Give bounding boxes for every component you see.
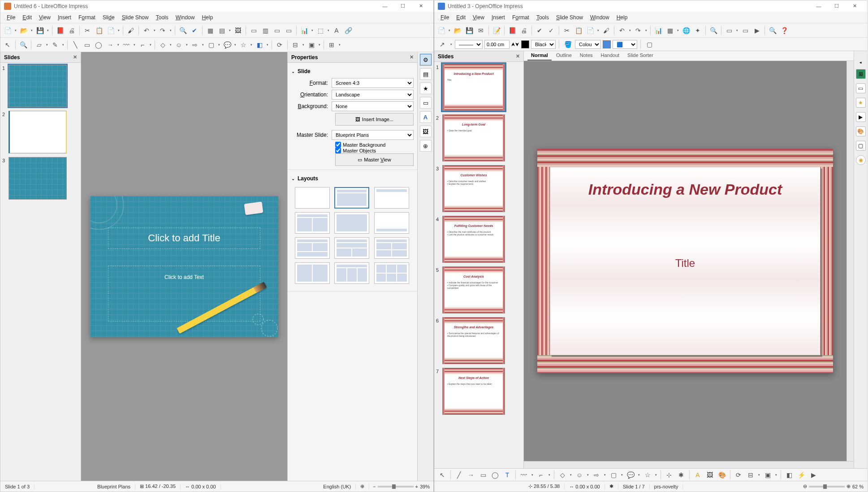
spellcheck-icon[interactable]: ✔ xyxy=(534,25,545,36)
hyperlink-icon[interactable]: 🔗 xyxy=(343,25,354,36)
rotate-icon[interactable]: ⟳ xyxy=(733,470,744,480)
slide-thumb-2[interactable] xyxy=(9,111,67,153)
find-icon[interactable]: 🔍 xyxy=(767,25,778,36)
points-icon[interactable]: ⊹ xyxy=(664,470,674,480)
slide-design-icon[interactable]: ▭ xyxy=(740,25,751,36)
fill-color-icon[interactable]: ▱ xyxy=(34,39,44,50)
menu-format[interactable]: Format xyxy=(75,13,99,22)
zoom-slider[interactable] xyxy=(378,486,414,488)
align-icon[interactable]: ⊟ xyxy=(290,39,301,50)
spellcheck-icon[interactable]: ✔ xyxy=(189,25,200,36)
layout-3col[interactable] xyxy=(334,262,369,284)
menu-window[interactable]: Window xyxy=(587,13,613,22)
maximize-button[interactable]: ☐ xyxy=(394,1,412,12)
flowchart-icon[interactable]: ▢ xyxy=(608,470,619,480)
arrange-icon[interactable]: ▣ xyxy=(306,39,317,50)
menu-insert[interactable]: Insert xyxy=(488,13,509,22)
extrusion-icon[interactable]: ◧ xyxy=(784,470,795,480)
menu-format[interactable]: Format xyxy=(509,13,533,22)
redo-icon[interactable]: ↷ xyxy=(633,25,643,36)
layout-title-only[interactable] xyxy=(374,187,409,209)
save-icon[interactable]: 💾 xyxy=(464,25,475,36)
close-icon[interactable]: ✕ xyxy=(516,53,520,59)
slide-thumb-3[interactable]: Customer Wishes• Describe customer needs… xyxy=(442,165,505,212)
menu-insert[interactable]: Insert xyxy=(54,13,75,22)
title-placeholder[interactable]: Click to add Title xyxy=(108,227,260,249)
paste-icon[interactable]: 📄 xyxy=(585,25,596,36)
line-tool-icon[interactable]: ╱ xyxy=(453,470,464,480)
layout-split[interactable] xyxy=(295,262,330,284)
3d-icon[interactable]: ◧ xyxy=(254,39,265,50)
tab-master-icon[interactable]: ▭ xyxy=(420,97,432,109)
line-width-input[interactable] xyxy=(484,40,510,49)
slide-thumb-1[interactable]: Introducing a New ProductTitle xyxy=(442,64,505,111)
save-dropdown[interactable]: ▾ xyxy=(46,29,50,32)
fill-icon[interactable]: 🪣 xyxy=(562,39,573,50)
navigator-icon[interactable]: ✦ xyxy=(692,25,703,36)
close-button[interactable]: ✕ xyxy=(846,1,864,12)
menu-edit[interactable]: Edit xyxy=(19,13,35,22)
chart-icon[interactable]: 📊 xyxy=(653,25,664,36)
zoom-in-icon[interactable]: ⊕ xyxy=(846,483,851,489)
zoom-slider[interactable] xyxy=(809,486,845,488)
block-arrows-icon[interactable]: ⇨ xyxy=(190,39,200,50)
new-dropdown[interactable]: ▾ xyxy=(14,29,17,32)
current-slide[interactable]: Introducing a New Product Title xyxy=(537,149,833,373)
start-current-icon[interactable]: ▭ xyxy=(283,25,294,36)
ellipse-tool-icon[interactable]: ◯ xyxy=(93,39,104,50)
distribute-icon[interactable]: ⊞ xyxy=(326,39,337,50)
tab-normal[interactable]: Normal xyxy=(527,51,552,61)
copy-icon[interactable]: 📋 xyxy=(94,25,104,36)
copy-icon[interactable]: 📋 xyxy=(573,25,584,36)
tab-gallery-icon[interactable]: 🖼 xyxy=(420,126,432,137)
undo-dropdown[interactable]: ▾ xyxy=(153,29,156,32)
section-layouts-header[interactable]: Layouts xyxy=(291,174,414,183)
fontwork-icon[interactable]: A xyxy=(331,25,342,36)
slide-editor[interactable]: Introducing a New Product Title xyxy=(524,61,846,461)
connector-tool-icon[interactable]: ⌐ xyxy=(535,470,546,480)
menu-view[interactable]: View xyxy=(469,13,488,22)
table-icon[interactable]: ▦ xyxy=(665,25,675,36)
zoom-value[interactable]: 39% xyxy=(420,484,430,489)
menu-window[interactable]: Window xyxy=(172,13,199,22)
horizontal-scrollbar[interactable] xyxy=(524,461,854,468)
select-tool-icon[interactable]: ↖ xyxy=(2,39,13,50)
content-placeholder[interactable]: Click to add Text xyxy=(108,266,260,322)
rect-tool-icon[interactable]: ▭ xyxy=(478,470,488,480)
help-icon[interactable]: ❓ xyxy=(779,25,790,36)
fontwork-icon[interactable]: A xyxy=(692,470,703,480)
master-background-checkbox[interactable]: Master Background xyxy=(335,142,414,148)
animation-icon[interactable]: ▶ xyxy=(808,470,819,480)
fill-color-swatch[interactable] xyxy=(603,40,611,48)
redo-icon[interactable]: ↷ xyxy=(157,25,168,36)
cut-icon[interactable]: ✂ xyxy=(82,25,93,36)
menu-help[interactable]: Help xyxy=(198,13,216,22)
basic-shapes-icon[interactable]: ◇ xyxy=(557,470,568,480)
section-slide-header[interactable]: Slide xyxy=(291,66,414,76)
layout-title-bottom[interactable] xyxy=(374,212,409,234)
rotate-icon[interactable]: ⟳ xyxy=(274,39,285,50)
shadow-icon[interactable]: ▢ xyxy=(644,39,655,50)
menu-slideshow[interactable]: Slide Show xyxy=(553,13,587,22)
export-pdf-icon[interactable]: 📕 xyxy=(55,25,65,36)
stars-icon[interactable]: ☆ xyxy=(642,470,653,480)
slide-thumb-2[interactable]: Long-term Goal• State the intended goal xyxy=(442,114,505,161)
line-style-select[interactable]: ——— xyxy=(455,40,483,49)
layout-2x2[interactable] xyxy=(374,237,409,259)
arrange-icon[interactable]: ▣ xyxy=(762,470,773,480)
glue-icon[interactable]: ✱ xyxy=(676,470,687,480)
slide-thumb-7[interactable]: Next Steps of Action• Explain the steps … xyxy=(442,368,505,415)
master-pages-icon[interactable]: ▭ xyxy=(856,83,866,93)
maximize-button[interactable]: ☐ xyxy=(828,1,846,12)
fit-slide-icon[interactable]: ⊕ xyxy=(356,483,369,489)
table-icon[interactable]: ▦ xyxy=(205,25,216,36)
curve-tool-icon[interactable]: 〰 xyxy=(518,470,529,480)
tab-slide-sorter[interactable]: Slide Sorter xyxy=(624,51,656,61)
export-pdf-icon[interactable]: 📕 xyxy=(507,25,518,36)
layout-content[interactable] xyxy=(334,212,369,234)
paste-dropdown[interactable]: ▾ xyxy=(117,29,121,32)
callout-icon[interactable]: 💬 xyxy=(222,39,233,50)
format-select[interactable]: Screen 4:3 xyxy=(332,78,414,88)
open-dropdown[interactable]: ▾ xyxy=(30,29,34,32)
print-icon[interactable]: 🖨 xyxy=(66,25,77,36)
